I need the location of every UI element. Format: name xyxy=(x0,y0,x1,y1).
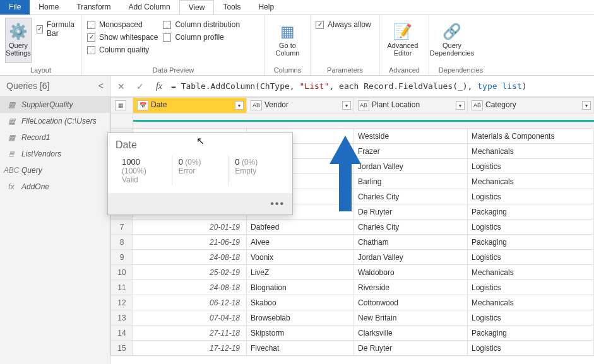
cell-plant[interactable]: Jordan Valley xyxy=(354,250,468,265)
cell-plant[interactable]: New Britain xyxy=(354,310,468,326)
column-distribution-checkbox[interactable]: Column distribution xyxy=(163,20,240,29)
menu-file[interactable]: File xyxy=(0,0,30,15)
query-settings-button[interactable]: ⚙️ Query Settings xyxy=(5,18,32,63)
formula-cancel-icon[interactable]: ✕ xyxy=(114,81,128,91)
column-profile-checkbox[interactable]: Column profile xyxy=(163,33,240,42)
cell-date[interactable]: 24-08-18 xyxy=(133,280,247,295)
text-type-icon: AB xyxy=(358,100,369,110)
cell-category[interactable]: Mechanicals xyxy=(468,295,594,310)
cell-vendor[interactable]: LiveZ xyxy=(247,265,354,280)
cell-plant[interactable]: De Ruyter xyxy=(354,204,468,220)
column-header-vendor[interactable]: ABVendor ▾ xyxy=(247,98,354,114)
cell-date[interactable]: 07-04-18 xyxy=(133,310,247,326)
cell-category[interactable]: Logistics xyxy=(468,341,594,356)
show-whitespace-label: Show whitespace xyxy=(99,33,158,42)
menu-addcolumn[interactable]: Add Column xyxy=(120,0,179,15)
cell-plant[interactable]: Charles City xyxy=(354,189,468,204)
cell-category[interactable]: Logistics xyxy=(468,310,594,326)
go-to-column-button[interactable]: ▦ Go to Column xyxy=(270,18,305,63)
always-allow-checkbox[interactable]: Always allow xyxy=(316,20,371,29)
column-quality-checkbox[interactable]: Column quality xyxy=(87,45,158,54)
table-row[interactable]: 1517-12-19FivechatDe RuyterLogistics xyxy=(111,341,594,356)
cell-vendor[interactable]: Browseblab xyxy=(247,310,354,326)
cell-date[interactable]: 25-02-19 xyxy=(133,265,247,280)
cell-plant[interactable]: De Ruyter xyxy=(354,341,468,356)
cell-plant[interactable]: Riverside xyxy=(354,280,468,295)
menu-help[interactable]: Help xyxy=(249,0,283,15)
formula-bar-checkbox[interactable]: Formula Bar xyxy=(37,20,76,38)
cell-plant[interactable]: Jordan Valley xyxy=(354,159,468,174)
profile-more-button[interactable]: ••• xyxy=(108,193,292,214)
cell-category[interactable]: Mechanicals xyxy=(468,144,594,159)
query-item-record1[interactable]: ▦Record1 xyxy=(0,129,110,146)
cell-vendor[interactable]: Skipstorm xyxy=(247,326,354,341)
cell-vendor[interactable]: Fivechat xyxy=(247,341,354,356)
column-filter-plant[interactable]: ▾ xyxy=(456,101,465,110)
cell-plant[interactable]: Frazer xyxy=(354,144,468,159)
table-row[interactable]: 720-01-19DabfeedCharles CityLogistics xyxy=(111,220,594,235)
cell-date[interactable]: 27-11-18 xyxy=(133,326,247,341)
menu-transform[interactable]: Transform xyxy=(68,0,119,15)
formula-text[interactable]: = Table.AddColumn(ChType, "List", each R… xyxy=(171,81,527,91)
column-filter-vendor[interactable]: ▾ xyxy=(342,101,351,110)
cell-plant[interactable]: Barling xyxy=(354,174,468,189)
query-type-icon: ≣ xyxy=(6,150,16,158)
cell-plant[interactable]: Charles City xyxy=(354,220,468,235)
go-to-column-label: Go to Column xyxy=(276,42,300,57)
collapse-sidebar-icon[interactable]: < xyxy=(98,81,104,91)
row-corner[interactable]: ▦ xyxy=(111,98,133,114)
monospaced-checkbox[interactable]: Monospaced xyxy=(87,20,158,29)
table-row[interactable]: 1025-02-19LiveZWaldoboroMechanicals xyxy=(111,265,594,280)
fx-icon[interactable]: fx xyxy=(152,81,166,91)
cell-plant[interactable]: Clarksville xyxy=(354,326,468,341)
cell-category[interactable]: Packaging xyxy=(468,235,594,250)
cell-category[interactable]: Logistics xyxy=(468,280,594,295)
cell-category[interactable]: Logistics xyxy=(468,159,594,174)
table-row[interactable]: 1307-04-18BrowseblabNew BritainLogistics xyxy=(111,310,594,326)
cell-date[interactable]: 17-12-19 xyxy=(133,341,247,356)
query-dependencies-button[interactable]: 🔗 Query Dependencies xyxy=(434,18,470,63)
column-header-date[interactable]: 📅Date ▾ xyxy=(133,98,247,114)
table-row[interactable]: 821-06-19AiveeChathamPackaging xyxy=(111,235,594,250)
table-row[interactable]: 1124-08-18BlognationRiversideLogistics xyxy=(111,280,594,295)
cell-plant[interactable]: Waldoboro xyxy=(354,265,468,280)
cell-category[interactable]: Mechanicals xyxy=(468,174,594,189)
cell-plant[interactable]: Westside xyxy=(354,129,468,144)
table-row[interactable]: 1427-11-18SkipstormClarksvillePackaging xyxy=(111,326,594,341)
cell-plant[interactable]: Chatham xyxy=(354,235,468,250)
column-header-plant[interactable]: ABPlant Location ▾ xyxy=(354,98,468,114)
cell-date[interactable]: 21-06-19 xyxy=(133,235,247,250)
column-filter-category[interactable]: ▾ xyxy=(582,101,591,110)
cell-vendor[interactable]: Aivee xyxy=(247,235,354,250)
table-row[interactable]: 1206-12-18SkabooCottonwoodMechanicals xyxy=(111,295,594,310)
cell-date[interactable]: 20-01-19 xyxy=(133,220,247,235)
query-item-filelocation-c-users[interactable]: ▦FileLocation (C:\Users xyxy=(0,113,110,129)
query-item-supplierquality[interactable]: ▦SupplierQuality xyxy=(0,97,110,113)
menu-tools[interactable]: Tools xyxy=(214,0,249,15)
menu-home[interactable]: Home xyxy=(30,0,68,15)
query-item-listvendors[interactable]: ≣ListVendors xyxy=(0,146,110,162)
cell-vendor[interactable]: Voonix xyxy=(247,250,354,265)
cell-category[interactable]: Logistics xyxy=(468,250,594,265)
show-whitespace-checkbox[interactable]: Show whitespace xyxy=(87,33,158,42)
cell-category[interactable]: Logistics xyxy=(468,220,594,235)
query-item-addone[interactable]: fxAddOne xyxy=(0,179,110,195)
formula-commit-icon[interactable]: ✓ xyxy=(133,81,147,91)
menu-view[interactable]: View xyxy=(179,0,215,15)
table-row[interactable]: 924-08-18VoonixJordan ValleyLogistics xyxy=(111,250,594,265)
column-header-category[interactable]: ABCategory ▾ xyxy=(468,98,594,114)
cell-category[interactable]: Packaging xyxy=(468,326,594,341)
cell-vendor[interactable]: Blognation xyxy=(247,280,354,295)
cell-category[interactable]: Materials & Components xyxy=(468,129,594,144)
cell-plant[interactable]: Cottonwood xyxy=(354,295,468,310)
query-item-query[interactable]: ABCQuery xyxy=(0,162,110,179)
cell-category[interactable]: Logistics xyxy=(468,189,594,204)
column-filter-date[interactable]: ▾ xyxy=(235,101,244,110)
cell-date[interactable]: 06-12-18 xyxy=(133,295,247,310)
cell-date[interactable]: 24-08-18 xyxy=(133,250,247,265)
cell-vendor[interactable]: Dabfeed xyxy=(247,220,354,235)
cell-vendor[interactable]: Skaboo xyxy=(247,295,354,310)
cell-category[interactable]: Packaging xyxy=(468,204,594,220)
cell-category[interactable]: Mechanicals xyxy=(468,265,594,280)
advanced-editor-button[interactable]: 📝 Advanced Editor xyxy=(385,18,420,63)
